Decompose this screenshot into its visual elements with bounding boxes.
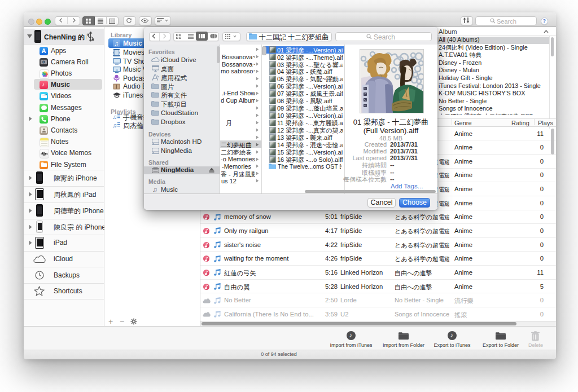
svg-text:♫: ♫	[115, 68, 118, 72]
svg-text:♫: ♫	[113, 122, 117, 129]
svg-text:♫: ♫	[114, 40, 119, 47]
svg-text:♫: ♫	[113, 113, 117, 120]
